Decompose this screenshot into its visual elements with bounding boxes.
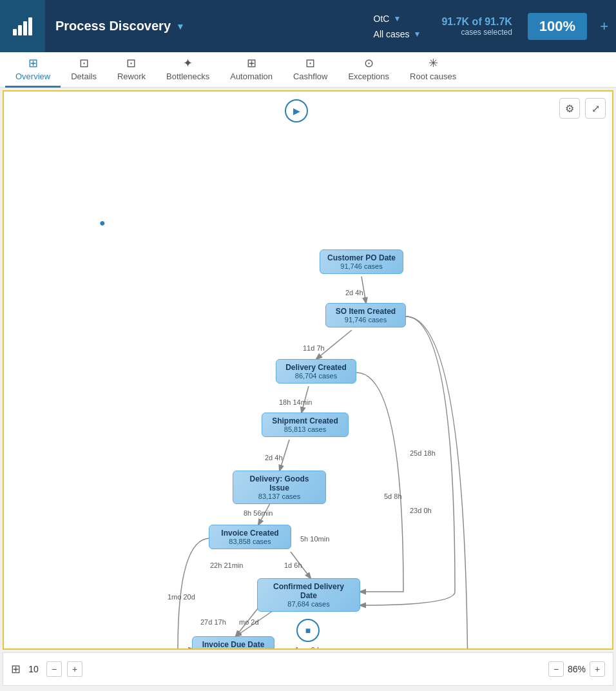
title-dropdown-arrow[interactable]: ▼: [176, 21, 185, 32]
edge-label-e12: 1mo 20d: [168, 593, 195, 601]
overview-icon: ⊞: [28, 56, 38, 70]
node-delivery-goods-issue-title: Delivery: Goods Issue: [240, 474, 319, 492]
tab-rework-label: Rework: [117, 72, 146, 81]
tab-overview-label: Overview: [15, 72, 50, 81]
automation-icon: ⊞: [247, 56, 256, 70]
node-customer-po-date-title: Customer PO Date: [327, 253, 396, 262]
cursor-indicator: ●: [99, 217, 106, 229]
tab-overview[interactable]: ⊞ Overview: [5, 52, 61, 88]
filter-otc-arrow: ▼: [393, 14, 401, 23]
node-customer-po-date-cases: 91,746 cases: [327, 262, 396, 270]
node-delivery-goods-issue-cases: 83,137 cases: [240, 492, 319, 500]
tab-root-causes[interactable]: ✳ Root causes: [399, 52, 467, 88]
node-invoice-due-date-cases: 78,197 cases: [199, 649, 267, 650]
tab-cashflow[interactable]: ⊡ Cashflow: [283, 52, 338, 88]
edge-label-e15: 1mo 6d: [295, 646, 319, 650]
toolbar-right: − 86% +: [548, 661, 605, 677]
tab-rework[interactable]: ⊡ Rework: [107, 52, 156, 88]
percentage-badge: 100%: [528, 13, 587, 40]
tab-cashflow-label: Cashflow: [293, 72, 327, 81]
details-icon: ⊡: [79, 56, 89, 70]
header: Process Discovery ▼ OtC ▼ All cases ▼ 91…: [0, 0, 616, 52]
toolbar-number: 10: [26, 664, 41, 674]
stop-button-wrap: ■: [296, 619, 320, 642]
edge-label-e14: mo 2d: [239, 618, 259, 626]
node-so-item-created-title: SO Item Created: [332, 307, 399, 316]
add-button[interactable]: +: [592, 18, 616, 35]
node-customer-po-date[interactable]: Customer PO Date 91,746 cases: [320, 249, 403, 274]
bottlenecks-icon: ✦: [183, 56, 193, 70]
filter-cases-label: All cases: [374, 29, 410, 39]
node-delivery-goods-issue[interactable]: Delivery: Goods Issue 83,137 cases: [233, 471, 326, 504]
node-shipment-created[interactable]: Shipment Created 85,813 cases: [262, 413, 349, 437]
logo-bar-2: [18, 25, 22, 35]
node-invoice-created-cases: 83,858 cases: [216, 538, 284, 545]
node-confirmed-delivery-date-cases: 87,684 cases: [264, 600, 353, 608]
node-so-item-created-cases: 91,746 cases: [332, 316, 399, 324]
tab-details[interactable]: ⊡ Details: [61, 52, 107, 88]
tab-exceptions-label: Exceptions: [348, 72, 389, 81]
node-invoice-created[interactable]: Invoice Created 83,858 cases: [209, 525, 291, 549]
stats-number: 91.7K of 91.7K: [441, 16, 512, 27]
edge-label-e8: 1d 6h: [284, 561, 302, 569]
node-delivery-created-title: Delivery Created: [283, 363, 349, 372]
stats-text: 91.7K of 91.7K cases selected: [441, 16, 512, 37]
tab-automation-label: Automation: [230, 72, 273, 81]
stop-button[interactable]: ■: [296, 619, 320, 642]
tab-automation[interactable]: ⊞ Automation: [220, 52, 283, 88]
settings-button[interactable]: ⚙: [559, 98, 580, 119]
play-button[interactable]: ▶: [285, 99, 308, 122]
node-delivery-created-cases: 86,704 cases: [283, 372, 349, 380]
node-invoice-due-date-title: Invoice Due Date: [199, 640, 267, 649]
tab-bottlenecks[interactable]: ✦ Bottlenecks: [156, 52, 220, 88]
node-confirmed-delivery-date[interactable]: Confirmed Delivery Date 87,684 cases: [257, 578, 360, 612]
canvas-controls: ⚙ ⤢: [559, 98, 606, 119]
fullscreen-button[interactable]: ⤢: [585, 98, 606, 119]
node-invoice-created-title: Invoice Created: [216, 529, 284, 538]
tab-bottlenecks-label: Bottlenecks: [166, 72, 209, 81]
tab-exceptions[interactable]: ⊙ Exceptions: [338, 52, 399, 88]
edge-label-e3: 18h 14min: [279, 398, 312, 406]
edge-label-e7: 22h 21min: [210, 561, 243, 569]
edge-label-e4: 2d 4h: [265, 454, 283, 462]
filter-otc[interactable]: OtC ▼: [374, 11, 421, 26]
node-invoice-due-date[interactable]: Invoice Due Date 78,197 cases: [192, 636, 274, 650]
logo-bar-4: [28, 17, 32, 35]
app-title: Process Discovery: [55, 19, 171, 34]
edge-label-e11: 23d 0h: [410, 507, 432, 514]
logo-bar-3: [23, 21, 27, 35]
node-delivery-created[interactable]: Delivery Created 86,704 cases: [276, 359, 356, 384]
stats-area: 91.7K of 91.7K cases selected: [431, 16, 522, 37]
filter-cases-arrow: ▼: [414, 30, 421, 39]
node-shipment-created-cases: 85,813 cases: [269, 425, 342, 433]
tab-root-causes-label: Root causes: [410, 72, 456, 81]
toolbar-minus-btn[interactable]: −: [46, 661, 62, 677]
header-title-area: Process Discovery ▼: [45, 19, 195, 34]
node-confirmed-delivery-date-title: Confirmed Delivery Date: [264, 582, 353, 600]
zoom-minus-btn[interactable]: −: [548, 661, 564, 677]
process-canvas: ▶ ⚙ ⤢ ●: [3, 90, 613, 650]
zoom-plus-btn[interactable]: +: [590, 661, 605, 677]
logo-bar-1: [13, 29, 17, 35]
toolbar-plus-btn[interactable]: +: [67, 661, 82, 677]
node-so-item-created[interactable]: SO Item Created 91,746 cases: [325, 303, 406, 327]
edge-label-e9: 25d 18h: [410, 449, 436, 457]
filter-group: OtC ▼ All cases ▼: [363, 11, 432, 42]
logo: [0, 0, 45, 52]
tab-details-label: Details: [71, 72, 97, 81]
stats-sub: cases selected: [441, 28, 512, 37]
edge-label-e6: 5h 10min: [300, 535, 329, 543]
edge-label-e13: 27d 17h: [200, 618, 226, 626]
bottom-toolbar: ⊞ 10 − + − 86% +: [3, 652, 613, 686]
cashflow-icon: ⊡: [305, 56, 315, 70]
tabs-bar: ⊞ Overview ⊡ Details ⊡ Rework ✦ Bottlene…: [0, 52, 616, 88]
toolbar-left: ⊞ 10 − +: [11, 661, 82, 677]
root-causes-icon: ✳: [428, 56, 438, 70]
node-shipment-created-title: Shipment Created: [269, 416, 342, 425]
edge-label-e10: 5d 8h: [384, 492, 402, 500]
filter-otc-label: OtC: [374, 14, 390, 24]
filter-cases[interactable]: All cases ▼: [374, 26, 421, 42]
rework-icon: ⊡: [126, 56, 136, 70]
grid-icon[interactable]: ⊞: [11, 662, 21, 676]
exceptions-icon: ⊙: [364, 56, 374, 70]
